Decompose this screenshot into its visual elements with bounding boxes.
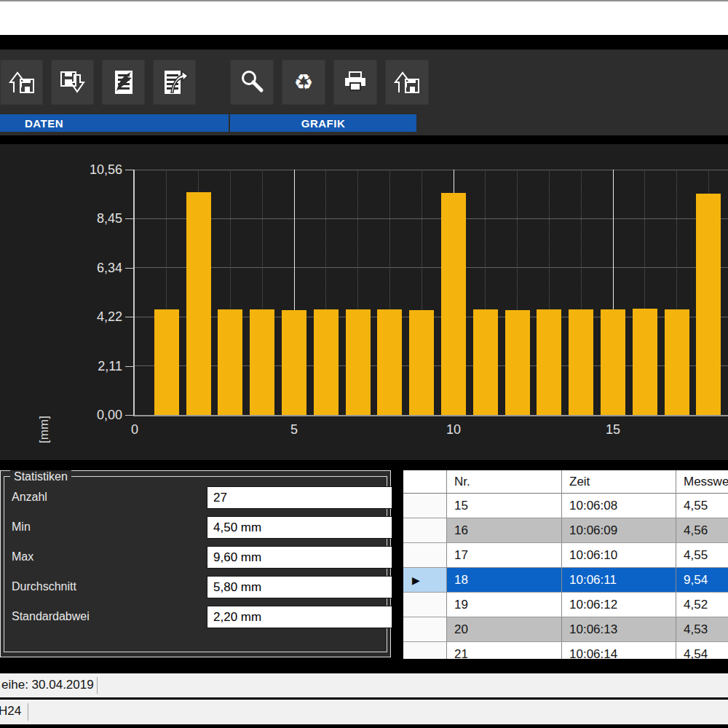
cell-nr[interactable]: 21 (447, 642, 562, 659)
zoom-graphic-button[interactable] (230, 60, 274, 105)
statusbar-separator (28, 703, 28, 721)
zoom-icon (238, 68, 266, 96)
row-selector[interactable] (403, 518, 447, 543)
x-axis-label: 10 (438, 422, 470, 438)
cell-messwert[interactable]: 4,56 (676, 518, 728, 543)
cell-messwert[interactable]: 4,54 (676, 642, 728, 659)
stat-label-standardabwei: Standardabwei (12, 610, 90, 623)
cell-zeit[interactable]: 10:06:10 (562, 543, 676, 568)
stat-field-durchschnitt[interactable] (207, 576, 392, 598)
h-gridline (135, 267, 728, 268)
bar-measurement-9 (409, 310, 434, 415)
table-row-19[interactable]: 1910:06:124,52 (403, 593, 728, 617)
table-row-18[interactable]: ▶1810:06:119,54 (403, 568, 728, 593)
cell-messwert[interactable]: 4,52 (676, 593, 728, 617)
h-gridline (135, 170, 728, 170)
statusbar-series: eihe: 30.04.2019 (0, 673, 728, 697)
cell-messwert[interactable]: 4,55 (676, 543, 728, 568)
row-selector[interactable]: ▶ (403, 568, 447, 593)
bar-measurement-2 (186, 192, 211, 415)
toolbar: DATEN♻GRAFIK (0, 50, 728, 135)
measurement-bar-chart: [mm] 0,002,114,226,348,4510,56051015 (0, 144, 728, 460)
statistics-title: Statistiken (10, 470, 71, 483)
cell-nr[interactable]: 17 (447, 543, 562, 568)
cell-nr[interactable]: 18 (447, 568, 562, 593)
table-header-row: Nr.ZeitMesswert (403, 470, 728, 494)
row-selector[interactable] (403, 642, 447, 659)
y-axis-label: 0,00 (51, 408, 122, 422)
table-row-15[interactable]: 1510:06:084,55 (403, 494, 728, 518)
save-graphic-icon (393, 68, 421, 96)
recycle-icon: ♻ (294, 71, 314, 93)
table-row-16[interactable]: 1610:06:094,56 (403, 518, 728, 543)
cell-nr[interactable]: 20 (447, 617, 562, 642)
x-axis-label: 5 (278, 422, 310, 438)
column-header-nr[interactable]: Nr. (447, 470, 562, 494)
y-axis-label: 8,45 (51, 211, 122, 226)
toolbar-category-grafik: GRAFIK (230, 114, 416, 132)
reset-graphic-button[interactable]: ♻ (282, 60, 325, 105)
current-row-arrow-icon: ▶ (403, 574, 420, 586)
row-selector[interactable] (403, 543, 447, 568)
export-report-icon (161, 68, 189, 96)
bar-measurement-15 (601, 309, 625, 415)
y-axis-label: 6,34 (51, 261, 122, 275)
stat-label-max: Max (12, 550, 33, 563)
cell-zeit[interactable]: 10:06:09 (562, 518, 676, 543)
row-selector[interactable] (403, 494, 447, 518)
bar-measurement-7 (346, 309, 371, 415)
stat-label-min: Min (12, 521, 31, 534)
table-row-21[interactable]: 2110:06:144,54 (403, 642, 728, 659)
cell-zeit[interactable]: 10:06:08 (562, 494, 676, 518)
toolbar-category-label: GRAFIK (301, 117, 346, 130)
cell-zeit[interactable]: 10:06:11 (562, 568, 676, 593)
stat-field-anzahl[interactable] (207, 486, 392, 509)
cell-messwert[interactable]: 4,55 (676, 494, 728, 518)
cell-zeit[interactable]: 10:06:13 (562, 617, 676, 642)
open-file-icon (8, 68, 36, 96)
measurement-table: Nr.ZeitMesswert1510:06:084,551610:06:094… (403, 470, 728, 659)
stat-label-durchschnitt: Durchschnitt (12, 580, 76, 593)
cell-nr[interactable]: 16 (447, 518, 562, 543)
bar-measurement-13 (537, 309, 561, 415)
y-axis-label: 4,22 (51, 309, 122, 324)
cell-nr[interactable]: 19 (447, 593, 562, 617)
table-grid: Nr.ZeitMesswert1510:06:084,551610:06:094… (403, 470, 728, 659)
stat-field-standardabwei[interactable] (207, 606, 392, 628)
save-file-icon (59, 68, 87, 96)
stat-field-max[interactable] (207, 546, 392, 569)
print-graphic-button[interactable] (333, 60, 377, 105)
h-gridline (135, 218, 728, 219)
save-data-button[interactable] (51, 60, 94, 105)
y-axis-tick (125, 317, 133, 317)
y-axis-tick (125, 415, 133, 416)
bar-measurement-8 (377, 309, 402, 415)
y-axis-title: [mm] (37, 404, 52, 455)
cell-zeit[interactable]: 10:06:12 (562, 593, 676, 617)
plot-area (133, 170, 728, 416)
column-header-zeit[interactable]: Zeit (562, 470, 676, 494)
delete-report-button[interactable] (102, 60, 145, 105)
bar-measurement-3 (218, 309, 242, 415)
stat-field-min[interactable] (207, 516, 392, 539)
cell-zeit[interactable]: 10:06:14 (562, 642, 676, 659)
save-graphic-button[interactable] (385, 60, 429, 105)
column-header-messwert[interactable]: Messwert (676, 470, 728, 494)
row-selector[interactable] (403, 617, 447, 642)
window-title-strip (0, 0, 728, 35)
x-axis-label: 15 (597, 422, 629, 438)
cell-nr[interactable]: 15 (447, 494, 562, 518)
series-date-text: eihe: 30.04.2019 (1, 678, 94, 692)
open-data-button[interactable] (0, 60, 43, 105)
bar-measurement-5 (282, 310, 306, 415)
cell-messwert[interactable]: 4,53 (676, 617, 728, 642)
statusbar-device: H24 (0, 700, 728, 724)
export-report-button[interactable] (153, 60, 196, 105)
statusbar-separator (97, 677, 98, 694)
row-selector[interactable] (403, 593, 447, 617)
table-row-17[interactable]: 1710:06:104,55 (403, 543, 728, 568)
bar-measurement-6 (314, 309, 339, 415)
cell-messwert[interactable]: 9,54 (676, 568, 728, 593)
stat-label-anzahl: Anzahl (12, 491, 47, 504)
table-row-20[interactable]: 2010:06:134,53 (403, 617, 728, 642)
